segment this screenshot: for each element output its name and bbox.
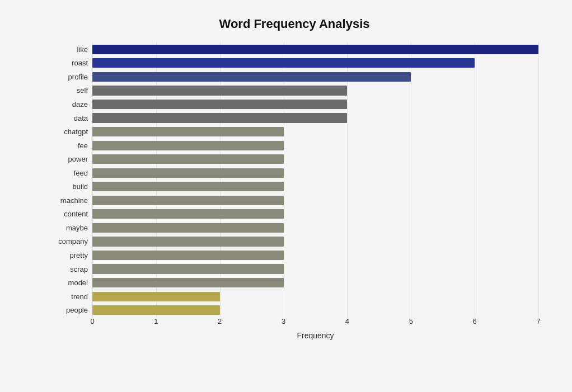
bar [92,251,284,260]
y-label: scrap [70,266,88,273]
x-axis-label: 4 [345,317,349,325]
y-label: fee [78,142,88,149]
y-label: maybe [66,224,88,232]
y-label: like [77,46,88,53]
y-label: power [68,155,88,163]
y-label: model [68,279,88,286]
bar-row [92,207,538,221]
bar [92,72,411,82]
bar [92,141,284,150]
bar [92,209,284,219]
y-label: machine [60,197,88,204]
chart-title: Word Frequency Analysis [50,17,538,31]
bar-row [92,180,538,193]
bar [92,113,347,122]
bar [92,305,220,315]
y-label: data [74,115,88,122]
y-label: build [73,183,88,190]
x-axis-label: 5 [409,317,413,325]
bar [92,237,284,246]
y-label: daze [72,101,88,108]
bar [92,223,284,233]
bar-row [92,111,538,125]
bar [92,45,538,54]
bar [92,292,220,301]
bar-row [92,166,538,180]
y-label: self [77,87,88,94]
bar [92,154,284,164]
bar [92,127,284,136]
bar [92,100,347,109]
bar [92,168,284,178]
y-label: people [66,306,88,314]
bars-grid [92,42,538,317]
bar-rows [92,42,538,317]
bar-row [92,70,538,84]
bar-row [92,290,538,304]
x-axis-label: 2 [218,317,222,325]
bar-row [92,42,538,56]
bar-row [92,248,538,262]
x-axis-label: 3 [282,317,285,325]
bar [92,86,347,95]
bar-row [92,262,538,276]
bar-row [92,139,538,153]
y-label: trend [71,293,88,300]
y-label: company [58,238,88,245]
bar-row [92,56,538,70]
bar-row [92,193,538,207]
x-axis-label: 0 [90,317,94,325]
bar-row [92,303,538,317]
chart-container: Word Frequency Analysis likeroastprofile… [0,0,572,392]
y-label: chatgpt [64,128,88,135]
x-axis-label: 1 [154,317,158,325]
x-axis-title: Frequency [297,331,334,340]
bar-row [92,221,538,235]
y-label: roast [72,59,88,67]
y-label: profile [68,73,88,81]
bar-row [92,84,538,98]
bar-row [92,152,538,166]
bar-row [92,235,538,249]
x-axis-label: 7 [536,317,540,325]
bar [92,196,284,205]
y-labels: likeroastprofileselfdazedatachatgptfeepo… [50,42,92,317]
bar-row [92,276,538,290]
bar-row [92,125,538,139]
bar [92,182,284,191]
grid-line [538,42,539,317]
y-label: content [64,210,88,218]
bar [92,264,284,273]
x-axis-label: 6 [473,317,477,325]
y-label: feed [74,169,88,177]
bar-row [92,97,538,111]
bar [92,58,475,68]
y-label: pretty [69,252,88,259]
bar [92,278,284,287]
